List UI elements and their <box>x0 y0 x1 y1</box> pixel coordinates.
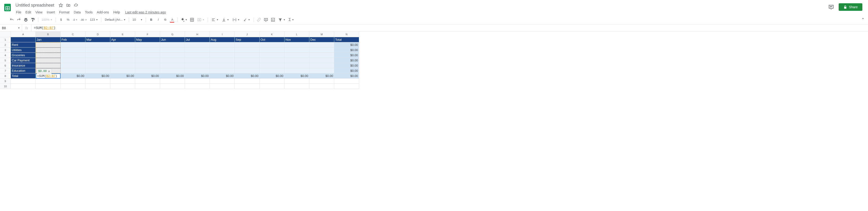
insert-comment-icon[interactable] <box>262 17 269 23</box>
insert-link-icon[interactable] <box>256 17 262 23</box>
cell[interactable] <box>259 58 284 63</box>
cell[interactable] <box>309 63 334 68</box>
close-icon[interactable]: ✕ <box>48 70 50 73</box>
cell[interactable]: $0.00 <box>259 73 284 79</box>
cell[interactable] <box>61 42 86 48</box>
cell[interactable] <box>185 58 210 63</box>
cell[interactable] <box>309 48 334 53</box>
cell[interactable] <box>86 68 110 73</box>
col-header-L[interactable]: L <box>284 31 309 37</box>
cell[interactable]: Utilities <box>11 48 36 53</box>
cell[interactable]: Sep <box>235 37 259 42</box>
cell[interactable]: Mar <box>86 37 110 42</box>
fill-color-icon[interactable]: ▼ <box>180 17 188 23</box>
col-header-D[interactable]: D <box>86 31 110 37</box>
cell[interactable] <box>36 84 61 89</box>
cell[interactable] <box>210 53 235 58</box>
cell[interactable] <box>210 79 235 84</box>
cell[interactable] <box>309 58 334 63</box>
cell[interactable] <box>160 79 185 84</box>
cell[interactable] <box>110 58 135 63</box>
format-currency-icon[interactable]: $ <box>58 17 64 23</box>
menu-tools[interactable]: Tools <box>83 9 95 15</box>
row-header[interactable]: 9 <box>0 79 11 84</box>
cell[interactable]: Insurance <box>11 63 36 68</box>
cell[interactable] <box>309 53 334 58</box>
cell[interactable]: Oct <box>259 37 284 42</box>
cell[interactable] <box>334 84 359 89</box>
cell[interactable]: $0.00 <box>309 73 334 79</box>
cell[interactable] <box>86 42 110 48</box>
active-cell[interactable]: =SUM(B2:B7) <box>36 73 61 79</box>
cell[interactable] <box>259 68 284 73</box>
cell[interactable]: $0.00 <box>210 73 235 79</box>
cell[interactable] <box>86 63 110 68</box>
row-header[interactable]: 2 <box>0 42 11 48</box>
cell[interactable] <box>160 58 185 63</box>
cell[interactable] <box>110 68 135 73</box>
cell[interactable]: $0.00 <box>334 42 359 48</box>
cell[interactable] <box>160 84 185 89</box>
cell[interactable] <box>210 42 235 48</box>
cell[interactable]: $0.00 <box>284 73 309 79</box>
cell[interactable] <box>259 48 284 53</box>
paint-format-icon[interactable] <box>30 17 36 23</box>
rotate-icon[interactable]: ▼ <box>242 18 252 22</box>
cell[interactable] <box>235 84 259 89</box>
cell[interactable] <box>235 63 259 68</box>
menu-edit[interactable]: Edit <box>24 9 33 15</box>
strikethrough-icon[interactable]: S <box>162 17 168 23</box>
col-header-I[interactable]: I <box>210 31 235 37</box>
cell[interactable] <box>235 68 259 73</box>
cell[interactable]: $0.00 <box>185 73 210 79</box>
col-header-K[interactable]: K <box>259 31 284 37</box>
more-formats-select[interactable]: 123▼ <box>89 18 99 21</box>
cell[interactable]: $0.00 <box>135 73 160 79</box>
cell[interactable] <box>135 58 160 63</box>
cell[interactable]: $0.00 <box>110 73 135 79</box>
cell[interactable] <box>86 58 110 63</box>
cell[interactable] <box>160 48 185 53</box>
cell[interactable] <box>135 48 160 53</box>
col-header-C[interactable]: C <box>61 31 86 37</box>
undo-icon[interactable] <box>8 17 15 23</box>
cell[interactable] <box>259 42 284 48</box>
cell[interactable] <box>110 63 135 68</box>
cell[interactable] <box>334 79 359 84</box>
bold-icon[interactable]: B <box>148 17 154 23</box>
cell[interactable] <box>36 63 61 68</box>
cell[interactable] <box>160 68 185 73</box>
cell[interactable] <box>36 53 61 58</box>
cell[interactable] <box>135 53 160 58</box>
cell[interactable] <box>284 58 309 63</box>
zoom-select[interactable]: 100%▼ <box>40 18 54 21</box>
cell[interactable]: Jan <box>36 37 61 42</box>
cell[interactable] <box>235 42 259 48</box>
cell[interactable] <box>284 84 309 89</box>
h-align-icon[interactable]: ▼ <box>210 18 220 22</box>
cell[interactable]: $0.00 <box>160 73 185 79</box>
cell[interactable] <box>210 84 235 89</box>
cell[interactable] <box>235 58 259 63</box>
cell[interactable] <box>135 63 160 68</box>
cell[interactable] <box>61 68 86 73</box>
italic-icon[interactable]: I <box>155 17 161 23</box>
cell[interactable] <box>36 42 61 48</box>
filter-icon[interactable]: ▼ <box>277 18 287 22</box>
functions-icon[interactable]: Σ▼ <box>287 18 296 22</box>
col-header-E[interactable]: E <box>110 31 135 37</box>
cell[interactable] <box>259 84 284 89</box>
col-header-J[interactable]: J <box>235 31 259 37</box>
v-align-icon[interactable]: ▼ <box>220 18 230 22</box>
cell[interactable] <box>160 63 185 68</box>
cell[interactable] <box>110 48 135 53</box>
menu-addons[interactable]: Add-ons <box>95 9 111 15</box>
cell[interactable] <box>185 42 210 48</box>
cell[interactable] <box>11 79 36 84</box>
row-header[interactable]: 7 <box>0 68 11 73</box>
cell[interactable] <box>309 84 334 89</box>
print-icon[interactable] <box>23 17 29 23</box>
col-header-N[interactable]: N <box>334 31 359 37</box>
merge-cells-icon[interactable]: ▼ <box>196 18 206 22</box>
font-select[interactable]: Default (Ari...▼ <box>103 18 127 21</box>
